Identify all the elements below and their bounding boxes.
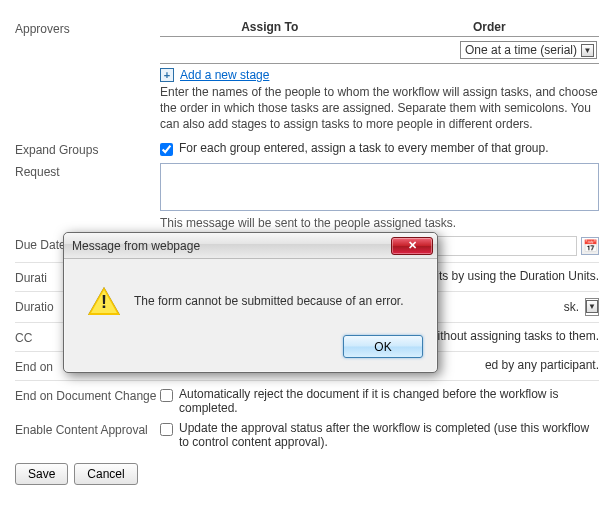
content-approval-checkbox[interactable] <box>160 423 173 436</box>
request-hint: This message will be sent to the people … <box>160 216 599 230</box>
close-icon: ✕ <box>408 239 417 252</box>
cancel-button[interactable]: Cancel <box>74 463 137 485</box>
duration-units-dropdown[interactable]: ▼ <box>585 298 599 316</box>
chevron-down-icon: ▼ <box>586 300 598 313</box>
assign-to-header: Assign To <box>160 20 380 36</box>
content-approval-label: Enable Content Approval <box>15 421 160 437</box>
calendar-icon[interactable] <box>581 237 599 255</box>
order-dropdown-value: One at a time (serial) <box>465 43 577 57</box>
add-stage-link[interactable]: Add a new stage <box>180 68 269 82</box>
duration-units-text-fragment: sk. <box>564 300 579 314</box>
expand-groups-text: For each group entered, assign a task to… <box>179 141 549 155</box>
expand-groups-checkbox[interactable] <box>160 143 173 156</box>
plus-icon: + <box>160 68 174 82</box>
approvers-label: Approvers <box>15 20 160 36</box>
dialog-ok-button[interactable]: OK <box>343 335 423 358</box>
warning-icon: ! <box>88 287 120 315</box>
approvers-description: Enter the names of the people to whom th… <box>160 84 599 133</box>
approvers-table-header: Assign To Order <box>160 20 599 37</box>
end-on-change-checkbox[interactable] <box>160 389 173 402</box>
end-on-change-text: Automatically reject the document if it … <box>179 387 599 415</box>
request-textarea[interactable] <box>160 163 599 211</box>
expand-groups-label: Expand Groups <box>15 141 160 157</box>
dialog-title: Message from webpage <box>72 239 200 253</box>
order-dropdown[interactable]: One at a time (serial) ▼ <box>460 41 597 59</box>
end-on-rejection-text-fragment: ed by any participant. <box>485 358 599 372</box>
save-button[interactable]: Save <box>15 463 68 485</box>
dialog-close-button[interactable]: ✕ <box>391 237 433 255</box>
end-on-change-label: End on Document Change <box>15 387 160 403</box>
content-approval-text: Update the approval status after the wor… <box>179 421 599 449</box>
request-label: Request <box>15 163 160 179</box>
duration-per-text-fragment: nits by using the Duration Units. <box>430 269 599 283</box>
order-header: Order <box>380 20 600 36</box>
dialog-message: The form cannot be submitted because of … <box>134 294 403 308</box>
chevron-down-icon: ▼ <box>581 44 594 57</box>
error-dialog: Message from webpage ✕ ! The form cannot… <box>63 232 438 373</box>
